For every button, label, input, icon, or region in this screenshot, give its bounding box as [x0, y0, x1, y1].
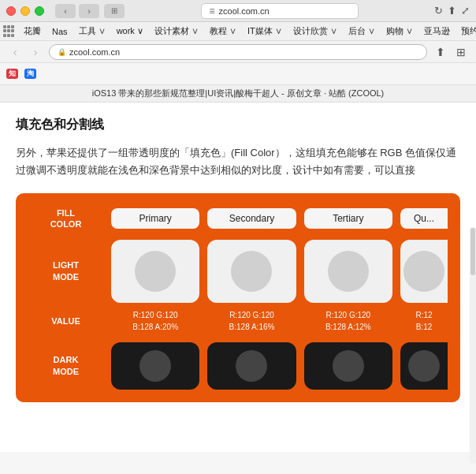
value-row: VALUE R:120 G:120 B:128 A:20% R:120 G:12… — [28, 309, 448, 333]
bookmarks-bar: 知 淘 — [0, 63, 476, 85]
quaternary-dark-circle — [408, 350, 440, 382]
url-bar[interactable]: 🔒 zcool.com.cn — [49, 44, 427, 60]
site-zhidao[interactable]: 知 — [6, 69, 18, 79]
titlebar-actions: ↻ ⬆ ⤢ — [434, 5, 470, 17]
tertiary-header: Tertiary — [304, 208, 392, 229]
new-tab-button[interactable]: ⊞ — [452, 43, 470, 61]
dark-mode-row: DARK MODE — [28, 342, 448, 390]
taobao-tag: 淘 — [24, 69, 36, 79]
article-content: 填充色和分割线 另外，苹果还提供了一组带透明度的「填充色」(Fill Color… — [0, 103, 476, 452]
traffic-lights — [6, 6, 44, 16]
secondary-header: Secondary — [207, 208, 296, 229]
menu-backend[interactable]: 后台 ∨ — [344, 24, 380, 39]
menu-icon: ≡ — [210, 6, 215, 17]
quaternary-header: Qu... — [400, 208, 448, 229]
menu-shopping[interactable]: 购物 ∨ — [381, 24, 418, 39]
primary-light-circle — [135, 251, 176, 292]
lock-icon: 🔒 — [58, 48, 66, 56]
fill-color-header-row: FILL COLOR Primary Secondary Tertiary Qu… — [28, 207, 448, 230]
url-display: zcool.com.cn — [219, 6, 270, 16]
menubar: 花瓣 Nas 工具 ∨ work ∨ 设计素材 ∨ 教程 ∨ IT媒体 ∨ 设计… — [0, 22, 476, 41]
forward-button[interactable]: › — [27, 43, 44, 61]
light-mode-label: LIGHT MODE — [53, 259, 79, 282]
toolbar-actions: ⬆ ⊞ — [432, 43, 470, 61]
menu-nas[interactable]: Nas — [47, 25, 73, 38]
menu-work[interactable]: work ∨ — [112, 24, 148, 38]
window-view-button[interactable]: ⊞ — [104, 4, 125, 18]
tertiary-value: R:120 G:120 B:128 A:12% — [304, 309, 392, 333]
quaternary-dark-box — [400, 342, 448, 390]
value-label-cell: VALUE — [28, 315, 103, 327]
page-title-bar: iOS13 带来的那些新规范整理|UI资讯|酸梅干超人 - 原创文章 · 站酷 … — [0, 85, 476, 103]
scrollbar-thumb[interactable] — [470, 228, 475, 275]
menu-it-media[interactable]: IT媒体 ∨ — [243, 24, 287, 39]
primary-dark-circle — [139, 350, 171, 382]
quaternary-light-circle — [403, 251, 444, 292]
apps-grid-icon[interactable] — [3, 25, 14, 38]
primary-value: R:120 G:120 B:128 A:20% — [111, 309, 199, 333]
nav-buttons: ‹ › — [55, 4, 99, 18]
close-button[interactable] — [6, 6, 16, 16]
back-nav-button[interactable]: ‹ — [55, 4, 76, 18]
menu-tutorials[interactable]: 教程 ∨ — [205, 24, 241, 39]
fullscreen-icon[interactable]: ⤢ — [461, 5, 470, 17]
tertiary-light-circle — [328, 251, 369, 292]
secondary-light-circle — [231, 251, 272, 292]
menu-tools[interactable]: 工具 ∨ — [74, 24, 110, 39]
quaternary-value: R:12 B:12 — [400, 309, 448, 333]
minimize-button[interactable] — [20, 6, 30, 16]
maximize-button[interactable] — [35, 6, 44, 16]
dark-mode-label-cell: DARK MODE — [28, 354, 103, 377]
tertiary-dark-box — [304, 342, 392, 390]
primary-dark-box — [111, 342, 199, 390]
share-icon[interactable]: ⬆ — [448, 5, 456, 17]
tertiary-dark-circle — [333, 350, 364, 382]
secondary-value: R:120 G:120 B:128 A:16% — [207, 309, 296, 333]
secondary-dark-box — [207, 342, 296, 390]
titlebar-center: ≡ zcool.com.cn — [129, 3, 430, 19]
page-title: iOS13 带来的那些新规范整理|UI资讯|酸梅干超人 - 原创文章 · 站酷 … — [92, 88, 385, 99]
primary-light-box — [111, 240, 199, 303]
secondary-dark-circle — [236, 350, 267, 382]
dark-mode-label: DARK MODE — [53, 354, 79, 377]
forward-nav-button[interactable]: › — [79, 4, 99, 18]
section-heading: 填充色和分割线 — [16, 117, 460, 133]
fill-color-label: FILL COLOR — [50, 207, 82, 230]
fill-color-label-cell: FILL COLOR — [28, 207, 103, 230]
browser-toolbar: ‹ › 🔒 zcool.com.cn ⬆ ⊞ — [0, 41, 476, 63]
secondary-light-box — [207, 240, 296, 303]
menu-design-materials[interactable]: 设计素材 ∨ — [150, 24, 203, 39]
menu-booking[interactable]: 预约 — [456, 24, 476, 39]
light-mode-row: LIGHT MODE — [28, 240, 448, 303]
address-bar[interactable]: ≡ zcool.com.cn — [201, 3, 359, 19]
menu-design-explore[interactable]: 设计欣赏 ∨ — [288, 24, 342, 39]
back-button[interactable]: ‹ — [6, 43, 24, 61]
fill-color-demo: FILL COLOR Primary Secondary Tertiary Qu… — [16, 193, 460, 402]
site-taobao[interactable]: 淘 — [24, 69, 36, 79]
nav-controls: ‹ › — [6, 43, 44, 61]
page-wrapper: 填充色和分割线 另外，苹果还提供了一组带透明度的「填充色」(Fill Color… — [0, 103, 476, 452]
menu-amazon[interactable]: 亚马逊 — [419, 24, 455, 39]
share-button[interactable]: ⬆ — [432, 43, 449, 61]
menu-huaban[interactable]: 花瓣 — [19, 24, 46, 39]
scrollbar-track[interactable] — [470, 227, 476, 464]
value-label: VALUE — [51, 315, 80, 327]
zhidao-tag: 知 — [6, 69, 18, 79]
refresh-icon[interactable]: ↻ — [434, 5, 443, 17]
light-mode-label-cell: LIGHT MODE — [28, 259, 103, 282]
tertiary-light-box — [304, 240, 392, 303]
titlebar: ‹ › ⊞ ≡ zcool.com.cn ↻ ⬆ ⤢ — [0, 0, 476, 22]
url-text: zcool.com.cn — [69, 47, 418, 57]
primary-header: Primary — [111, 208, 199, 229]
quaternary-light-box — [400, 240, 448, 303]
body-text: 另外，苹果还提供了一组带透明度的「填充色」(Fill Color），这组填充色能… — [16, 144, 460, 179]
